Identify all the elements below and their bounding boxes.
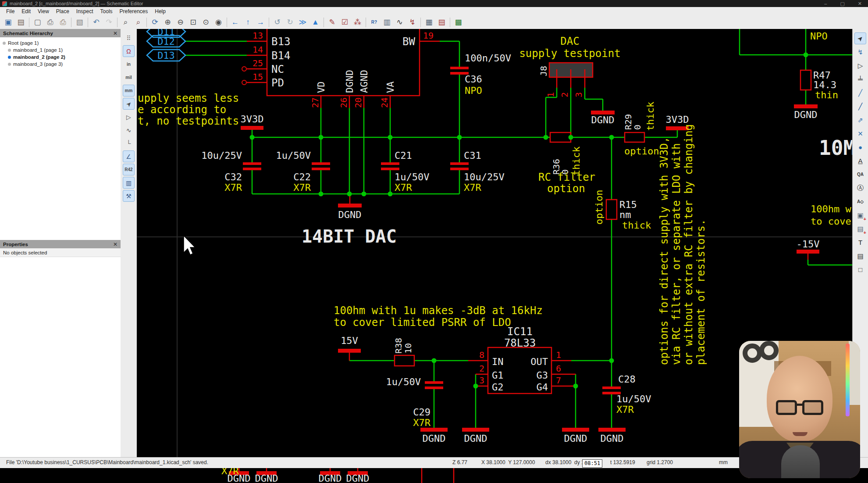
menu-preferences[interactable]: Preferences <box>116 8 152 14</box>
show-hidden-fields-icon[interactable]: R42 <box>123 164 135 175</box>
schematic-text: B13 <box>271 36 290 48</box>
hierarchy-navigator-icon[interactable]: ▷ <box>123 111 135 123</box>
menu-help[interactable]: Help <box>151 8 169 14</box>
nav-up-icon[interactable]: ↑ <box>242 17 254 28</box>
zoom-page-icon[interactable]: ⊙ <box>200 17 212 28</box>
symbol-check-icon[interactable]: ☑ <box>339 17 351 28</box>
junction-dot <box>473 384 478 389</box>
menu-tools[interactable]: Tools <box>97 8 116 14</box>
properties-panel-title: Properties <box>3 242 28 247</box>
schematic-text: 1 <box>556 350 561 360</box>
menu-inspect[interactable]: Inspect <box>73 8 97 14</box>
bus-entry-icon[interactable]: ⇗ <box>854 114 866 126</box>
redo-icon[interactable]: ↷ <box>103 17 115 28</box>
menu-view[interactable]: View <box>34 8 53 14</box>
properties-panel-icon[interactable]: ▥ <box>123 177 135 189</box>
schematic-text: thick <box>622 220 651 231</box>
zoom-out-icon[interactable]: ⊖ <box>174 17 186 28</box>
hierarchical-sheet-icon[interactable]: ▣+ <box>854 209 866 221</box>
rectangle-tool-icon[interactable]: □ <box>854 264 866 275</box>
bus-unfold-icon[interactable]: ▥ <box>381 17 393 28</box>
free-angle-lines-icon[interactable]: ∠ <box>123 150 135 162</box>
refresh-icon[interactable]: ⟳ <box>149 17 161 28</box>
preferences-tools-icon[interactable]: ⚒ <box>123 190 135 202</box>
highlight-net-icon[interactable]: ↯ <box>854 46 866 58</box>
grid-visibility-icon[interactable]: ⠿ <box>123 32 135 44</box>
select-tool-icon[interactable]: ➤ <box>854 32 866 44</box>
schematic-text: 1 <box>545 92 556 97</box>
zoom-in-icon[interactable]: ⊕ <box>162 17 174 28</box>
sheet-item-mainboard_1[interactable]: mainboard_1 (page 1) <box>3 47 121 54</box>
restore-button[interactable]: ▢ <box>840 1 844 7</box>
close-window-button[interactable]: ✕ <box>858 1 862 7</box>
open-pcb-icon[interactable]: ▩ <box>452 17 464 28</box>
simulator-icon[interactable]: ∿ <box>394 17 406 28</box>
zoom-selection-icon[interactable]: ◉ <box>213 17 224 28</box>
close-icon[interactable]: ✕ <box>113 241 117 247</box>
paste-icon[interactable]: ▧ <box>74 17 85 28</box>
draw-bus-icon[interactable]: ╱ <box>854 100 866 112</box>
menu-place[interactable]: Place <box>53 8 73 14</box>
save-icon[interactable]: ▣ <box>2 17 14 28</box>
schematic-text: -15V <box>797 239 820 250</box>
junction-dot <box>457 135 462 140</box>
text-tool-icon[interactable]: T <box>854 236 866 248</box>
units-inches-icon[interactable]: in <box>123 58 135 70</box>
place-symbol-icon[interactable]: ▷ <box>854 60 866 72</box>
units-mm-icon[interactable]: mm <box>123 85 135 97</box>
junction-dot <box>609 358 614 363</box>
schematic-text: DGND <box>564 433 587 444</box>
no-connect-flag-icon[interactable]: ✕ <box>854 128 866 140</box>
menu-file[interactable]: File <box>3 8 18 14</box>
undo-icon[interactable]: ↶ <box>90 17 102 28</box>
sheet-settings-icon[interactable]: ▤ <box>15 17 27 28</box>
component-body <box>625 132 644 142</box>
grid-lock-icon[interactable]: Ω <box>123 45 135 57</box>
minimize-button[interactable]: – <box>824 1 827 6</box>
show-hidden-pins-icon[interactable]: ∿ <box>123 124 135 136</box>
schematic-text: DGND <box>346 473 370 483</box>
close-icon[interactable]: ✕ <box>113 30 117 36</box>
menu-edit[interactable]: Edit <box>18 8 34 14</box>
edit-fields-icon[interactable]: R? <box>368 17 380 28</box>
sheet-item-mainboard_2[interactable]: mainboard_2 (page 2) <box>3 54 121 61</box>
draw-wire-icon[interactable]: ╱ <box>854 87 866 99</box>
print-icon[interactable]: ⎙ <box>44 17 56 28</box>
find-replace-icon[interactable]: ⌕ <box>132 17 144 28</box>
net-label-icon[interactable]: A <box>854 155 866 167</box>
place-power-port-icon[interactable]: ╧ <box>854 73 866 85</box>
mirror-v-icon[interactable]: ▲ <box>309 17 321 28</box>
global-label-icon[interactable]: Ⓐ <box>854 182 866 194</box>
hv-lines-only-icon[interactable]: └ <box>123 137 135 149</box>
sheet-item-mainboard_3[interactable]: mainboard_3 (page 3) <box>3 61 121 68</box>
nav-back-icon[interactable]: ← <box>229 17 241 28</box>
schematic-text: AGND <box>359 70 370 93</box>
find-icon[interactable]: ⌕ <box>120 17 132 28</box>
annotate-icon[interactable]: ✎ <box>326 17 338 28</box>
schematic-text: DGND <box>255 473 278 483</box>
erc-icon[interactable]: ⁂ <box>352 17 363 28</box>
units-mils-icon[interactable]: mil <box>123 72 135 83</box>
schematic-text: option <box>624 146 659 157</box>
mirror-h-icon[interactable]: ≫ <box>297 17 309 28</box>
symbol-table-icon[interactable]: ▦ <box>423 17 435 28</box>
sheet-bullet-icon <box>8 49 11 52</box>
schematic-text: 10u/25V <box>201 150 242 161</box>
rotate-ccw-icon[interactable]: ↺ <box>271 17 283 28</box>
probe-icon[interactable]: ↯ <box>406 17 418 28</box>
textbox-tool-icon[interactable]: ▤ <box>854 250 866 262</box>
rotate-cw-icon[interactable]: ↻ <box>284 17 296 28</box>
ground-symbol-bar <box>562 428 589 432</box>
hierarchical-label-icon[interactable]: A◇ <box>854 196 866 208</box>
bom-icon[interactable]: ▤ <box>436 17 448 28</box>
import-sheet-pin-icon[interactable]: ▤+ <box>854 223 866 235</box>
nav-forward-icon[interactable]: → <box>255 17 267 28</box>
netclass-directive-icon[interactable]: QA <box>854 168 866 180</box>
plot-icon[interactable]: ⎙ <box>57 17 69 28</box>
schematic-text: G1 <box>492 370 504 381</box>
sheet-item-root[interactable]: Root (page 1) <box>3 39 121 47</box>
new-sheet-icon[interactable]: ▢ <box>32 17 43 28</box>
junction-tool-icon[interactable]: ● <box>854 141 866 153</box>
cursor-shape-icon[interactable]: ➤ <box>123 98 135 110</box>
zoom-fit-icon[interactable]: ⊡ <box>187 17 199 28</box>
